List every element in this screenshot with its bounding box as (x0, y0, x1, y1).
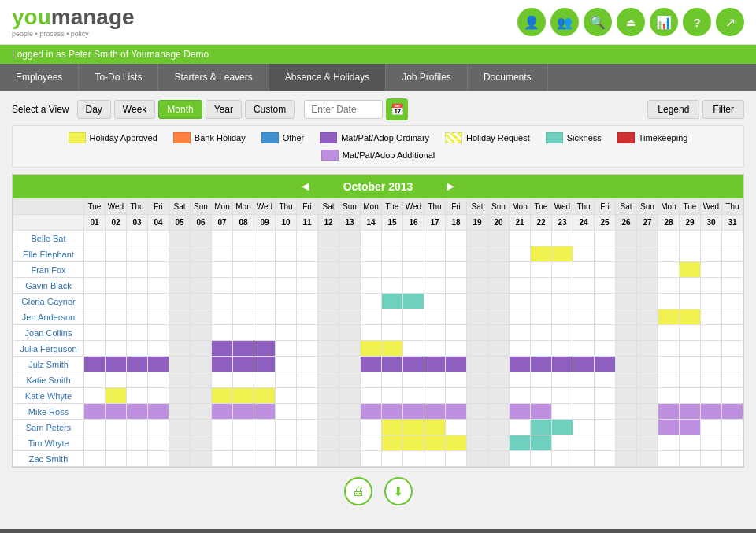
calendar-cell (382, 357, 403, 372)
nav-starters[interactable]: Starters & Leavers (158, 64, 269, 91)
calendar-cell (403, 404, 424, 420)
profile-button[interactable]: 👤 (517, 8, 546, 36)
day-header-18: Fri (446, 199, 467, 215)
calendar-cell (233, 231, 254, 246)
employee-name-link[interactable]: Elle Elephant (23, 250, 74, 259)
calendar-cell (552, 357, 573, 372)
calendar-cell (106, 246, 127, 262)
filter-button[interactable]: Filter (702, 100, 744, 119)
calendar-cell (403, 294, 424, 309)
day-header-13: Sun (339, 199, 361, 215)
view-custom-button[interactable]: Custom (245, 100, 295, 119)
calendar-cell (403, 262, 424, 278)
calendar-cell (701, 388, 722, 404)
calendar-cell (148, 341, 169, 357)
next-month-button[interactable]: ► (444, 180, 457, 194)
calendar-cell (318, 325, 339, 341)
calendar-cell (701, 451, 722, 467)
top-header: youmanage people • process • policy 👤 👥 … (0, 0, 756, 45)
calendar-cell (84, 294, 106, 309)
calendar-cell (148, 325, 169, 341)
calendar-cell (191, 420, 212, 435)
logout-button[interactable]: ⏏ (617, 8, 645, 36)
chart-button[interactable]: 📊 (650, 8, 678, 36)
employee-name-link[interactable]: Joan Collins (25, 328, 72, 338)
calendar-cell (573, 420, 595, 435)
employee-name-link[interactable]: Gavin Black (25, 281, 72, 291)
nav-todo[interactable]: To-Do Lists (79, 64, 158, 91)
view-week-button[interactable]: Week (114, 100, 155, 119)
view-day-button[interactable]: Day (77, 100, 111, 119)
employee-name-link[interactable]: Zac Smith (29, 454, 69, 464)
employee-name-link[interactable]: Belle Bat (31, 234, 65, 243)
calendar-cell (382, 262, 403, 278)
calendar-cell (722, 357, 743, 372)
calendar-cell (339, 404, 361, 420)
calendar-cell (595, 294, 616, 309)
employee-name-link[interactable]: Sam Peters (26, 423, 71, 432)
calendar-cell (637, 435, 658, 451)
calendar-cell (722, 341, 743, 357)
calendar-cell (148, 435, 169, 451)
nav-documents[interactable]: Documents (468, 64, 548, 91)
employee-name-link[interactable]: Julia Ferguson (20, 344, 76, 353)
nav-employees[interactable]: Employees (0, 64, 79, 91)
calendar-cell (446, 404, 467, 420)
calendar-cell (233, 309, 254, 325)
employee-name-link[interactable]: Katie Whyte (25, 391, 72, 401)
bank-holiday-label: Bank Holiday (195, 133, 246, 143)
calendar-cell (658, 372, 680, 388)
calendar-body: Belle BatElle ElephantFran FoxGavin Blac… (13, 231, 743, 467)
day-num-04: 04 (148, 215, 169, 231)
employee-name-link[interactable]: Jen Anderson (22, 313, 75, 322)
calendar-cell (127, 341, 148, 357)
print-button[interactable]: 🖨 (344, 477, 372, 505)
calendar-cell (467, 246, 488, 262)
employee-name-link[interactable]: Gloria Gaynor (21, 297, 75, 306)
calendar-cell (637, 372, 658, 388)
calendar-cell (169, 388, 191, 404)
calendar-cell (148, 372, 169, 388)
calendar-cell (318, 357, 339, 372)
calendar-cell (552, 278, 573, 294)
employee-name-link[interactable]: Julz Smith (28, 360, 69, 369)
nav-absence[interactable]: Absence & Holidays (269, 64, 386, 91)
logo-area: youmanage people • process • policy (12, 6, 135, 38)
employee-name-link[interactable]: Katie Smith (26, 376, 70, 385)
calendar-cell (595, 435, 616, 451)
employee-name-link[interactable]: Fran Fox (31, 265, 65, 275)
logo-tagline: people • process • policy (12, 30, 89, 38)
calendar-cell (361, 420, 382, 435)
share-button[interactable]: ↗ (716, 8, 744, 36)
nav-jobs[interactable]: Job Profiles (386, 64, 468, 91)
legend-button[interactable]: Legend (647, 100, 699, 119)
calendar-cell (552, 404, 573, 420)
calendar-cell (148, 388, 169, 404)
employee-name-link[interactable]: Tim Whyte (28, 439, 69, 448)
calendar-cell (169, 451, 191, 467)
calendar-cell (233, 246, 254, 262)
calendar-cell (254, 262, 276, 278)
download-button[interactable]: ⬇ (384, 477, 413, 505)
day-header-02: Wed (106, 199, 127, 215)
calendar-cell (658, 278, 680, 294)
users-button[interactable]: 👥 (550, 8, 579, 36)
prev-month-button[interactable]: ◄ (299, 180, 312, 194)
employee-name-link[interactable]: Mike Ross (28, 407, 69, 416)
help-button[interactable]: ? (683, 8, 711, 36)
date-input[interactable] (304, 100, 383, 119)
table-row: Gavin Black (13, 278, 743, 294)
right-buttons: Legend Filter (647, 100, 744, 119)
calendar-cell (318, 435, 339, 451)
view-month-button[interactable]: Month (158, 100, 202, 119)
calendar-cell (573, 309, 595, 325)
view-year-button[interactable]: Year (206, 100, 242, 119)
calendar-cell (510, 404, 531, 420)
day-num-18: 18 (446, 215, 467, 231)
calendar-cell (637, 246, 658, 262)
search-button[interactable]: 🔍 (584, 8, 612, 36)
calendar-cell (616, 388, 637, 404)
calendar-icon-button[interactable]: 📅 (386, 98, 408, 120)
calendar-cell (191, 294, 212, 309)
calendar-cell (488, 231, 510, 246)
